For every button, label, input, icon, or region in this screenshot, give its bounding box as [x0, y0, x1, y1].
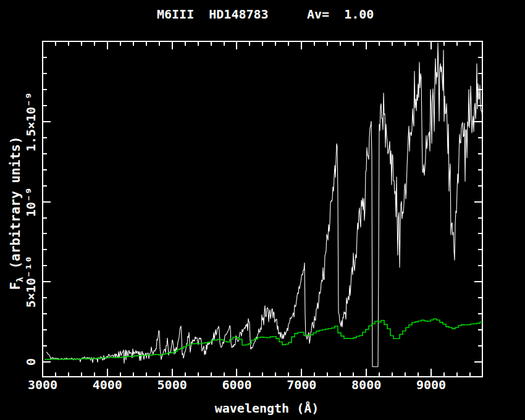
- y-tick-label: 0: [23, 358, 38, 366]
- spectrum-plot-screen: M6III HD148783 Av= 1.00 Fλ (arbitrary un…: [0, 0, 525, 420]
- y-axis-title: Fλ (arbitrary units): [8, 136, 25, 290]
- spectrum-chart: [0, 0, 525, 420]
- x-tick-label: 9000: [416, 377, 446, 392]
- y-axis-title-symbol: F: [8, 282, 23, 290]
- y-tick-label: 5×10⁻¹⁰: [23, 256, 38, 308]
- x-tick-label: 6000: [222, 377, 251, 392]
- x-tick-label: 8000: [351, 377, 381, 392]
- observed-spectrum-curve: [46, 43, 482, 367]
- x-axis-title: wavelength (Å): [215, 401, 319, 416]
- x-tick-label: 3000: [28, 377, 57, 392]
- x-tick-label: 5000: [158, 377, 187, 392]
- y-axis-title-units: (arbitrary units): [8, 136, 23, 277]
- y-tick-label: 1.5×10⁻⁹: [23, 92, 38, 151]
- plot-frame: [43, 41, 482, 377]
- y-tick-label: 10⁻⁹: [23, 187, 38, 217]
- axis-ticks: [43, 41, 482, 377]
- x-tick-label: 7000: [287, 377, 316, 392]
- x-tick-label: 4000: [93, 377, 122, 392]
